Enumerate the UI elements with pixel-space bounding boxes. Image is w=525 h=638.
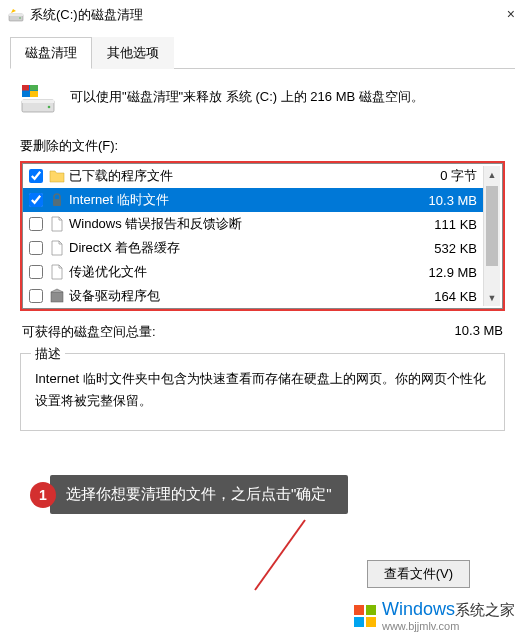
file-name: 传递优化文件 [69,263,425,281]
annotation: 1 选择你想要清理的文件，之后点击"确定" [30,475,348,514]
watermark: Windows系统之家 www.bjjmlv.com [354,599,515,632]
tab-other-options[interactable]: 其他选项 [92,37,174,69]
file-checkbox[interactable] [29,241,43,255]
svg-rect-12 [51,292,63,302]
description-label: 描述 [31,345,65,363]
file-row[interactable]: 设备驱动程序包 164 KB [23,284,485,308]
titlebar: 系统(C:)的磁盘清理 [0,0,525,30]
file-name: 设备驱动程序包 [69,287,430,305]
file-row[interactable]: DirectX 着色器缓存 532 KB [23,236,485,260]
file-size: 0 字节 [440,167,481,185]
svg-rect-5 [30,85,38,91]
watermark-brand: Windows [382,599,455,619]
svg-rect-4 [22,85,29,91]
annotation-text: 选择你想要清理的文件，之后点击"确定" [50,475,348,514]
total-row: 可获得的磁盘空间总量: 10.3 MB [22,323,503,341]
file-name: Internet 临时文件 [69,191,425,209]
file-row[interactable]: Internet 临时文件 10.3 MB [23,188,485,212]
description-text: Internet 临时文件夹中包含为快速查看而存储在硬盘上的网页。你的网页个性化… [35,368,490,412]
tabs: 磁盘清理 其他选项 [10,36,515,69]
total-label: 可获得的磁盘空间总量: [22,323,156,341]
file-name: DirectX 着色器缓存 [69,239,430,257]
svg-rect-15 [366,605,376,615]
file-checkbox[interactable] [29,289,43,303]
file-checkbox[interactable] [29,217,43,231]
file-name: 已下载的程序文件 [69,167,436,185]
svg-point-2 [19,17,21,19]
file-size: 532 KB [434,241,481,256]
svg-rect-1 [9,14,23,16]
disk-cleanup-icon [8,7,24,23]
file-icon [49,240,65,256]
annotation-number: 1 [30,482,56,508]
intro-section: 可以使用"磁盘清理"来释放 系统 (C:) 上的 216 MB 磁盘空间。 [20,83,505,115]
drive-icon [20,83,56,115]
svg-rect-9 [22,100,54,103]
folder-icon [49,168,65,184]
scroll-thumb[interactable] [486,186,498,266]
file-row[interactable]: 已下载的程序文件 0 字节 [23,164,485,188]
view-files-button[interactable]: 查看文件(V) [367,560,470,588]
file-checkbox[interactable] [29,193,43,207]
intro-text: 可以使用"磁盘清理"来释放 系统 (C:) 上的 216 MB 磁盘空间。 [70,83,424,107]
file-list-highlight: 已下载的程序文件 0 字节 Internet 临时文件 10.3 MB Wind… [20,161,505,311]
svg-rect-17 [366,617,376,627]
scroll-down-icon[interactable]: ▼ [484,289,500,306]
file-checkbox[interactable] [29,265,43,279]
svg-rect-16 [354,617,364,627]
tab-content: 可以使用"磁盘清理"来释放 系统 (C:) 上的 216 MB 磁盘空间。 要删… [0,69,525,445]
file-icon [49,216,65,232]
svg-rect-7 [30,91,38,97]
file-row[interactable]: Windows 错误报告和反馈诊断 111 KB [23,212,485,236]
close-icon[interactable]: × [507,6,515,22]
file-size: 10.3 MB [429,193,481,208]
scrollbar[interactable]: ▲ ▼ [483,166,500,306]
package-icon [49,288,65,304]
scroll-up-icon[interactable]: ▲ [484,166,500,183]
description-fieldset: 描述 Internet 临时文件夹中包含为快速查看而存储在硬盘上的网页。你的网页… [20,353,505,431]
svg-line-13 [255,520,305,590]
file-name: Windows 错误报告和反馈诊断 [69,215,430,233]
window-title: 系统(C:)的磁盘清理 [30,6,143,24]
file-list: 已下载的程序文件 0 字节 Internet 临时文件 10.3 MB Wind… [22,163,503,309]
file-size: 111 KB [434,217,481,232]
file-size: 164 KB [434,289,481,304]
svg-rect-11 [53,199,61,206]
lock-icon [49,192,65,208]
total-value: 10.3 MB [455,323,503,341]
watermark-sub: 系统之家 [455,601,515,618]
annotation-arrow [240,515,320,595]
svg-point-10 [48,106,51,109]
file-size: 12.9 MB [429,265,481,280]
svg-rect-14 [354,605,364,615]
svg-rect-6 [22,91,29,97]
files-label: 要删除的文件(F): [20,137,505,155]
file-checkbox[interactable] [29,169,43,183]
watermark-url: www.bjjmlv.com [382,620,515,632]
tab-disk-cleanup[interactable]: 磁盘清理 [10,37,92,69]
windows-logo-icon [354,605,376,627]
file-icon [49,264,65,280]
file-row[interactable]: 传递优化文件 12.9 MB [23,260,485,284]
